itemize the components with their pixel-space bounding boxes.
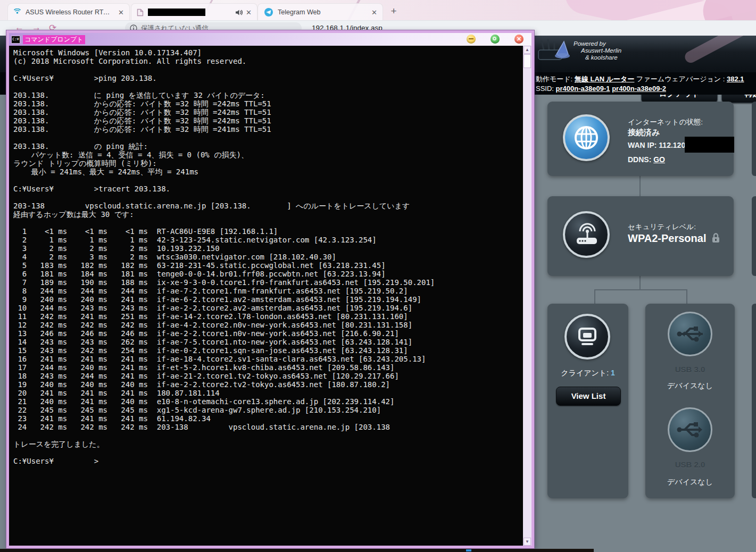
security-level-value: WPA2-Personal xyxy=(628,232,706,244)
clipped-card xyxy=(752,102,756,176)
taskbar-app-icon[interactable] xyxy=(466,549,471,551)
clients-card: クライアント: 1 View List xyxy=(547,304,628,498)
connector-line xyxy=(639,176,641,196)
tab-title: ASUS Wireless Router RT-AC86U xyxy=(26,9,111,16)
usb3-icon[interactable] xyxy=(668,312,712,356)
cmd-title-bar[interactable]: C:¥ コマンドプロンプト ✕ xyxy=(9,33,531,46)
close-icon[interactable]: ✕ xyxy=(371,9,377,16)
mode-line: 動作モード: 無線 LAN ルーター ファームウェアバージョン : 382.1 xyxy=(536,74,744,84)
ddns-line: DDNS: GO xyxy=(628,155,665,164)
wan-ip-value: 112.120. xyxy=(659,141,687,149)
usb2-name: USB 2.0 xyxy=(645,460,735,469)
maximize-button[interactable] xyxy=(491,35,500,44)
usb-trident-glyph xyxy=(676,418,704,441)
tab-telegram[interactable]: Telegram Web ✕ xyxy=(257,3,383,20)
document-icon xyxy=(137,9,144,16)
ssid-label: SSID: xyxy=(536,85,554,93)
redaction-box xyxy=(685,137,734,153)
usb-trident-glyph xyxy=(676,322,704,346)
ddns-label: DDNS: xyxy=(628,155,651,164)
usb-card: USB 3.0 デバイスなし USB 2.0 デバイスなし xyxy=(645,304,735,498)
usb3-name: USB 3.0 xyxy=(645,365,735,374)
minimize-button[interactable] xyxy=(467,35,476,44)
close-icon[interactable]: ✕ xyxy=(118,9,124,16)
security-level-line: WPA2-Personal xyxy=(628,232,720,245)
tab-untitled-audio[interactable]: ✕ xyxy=(131,3,257,20)
speaker-icon[interactable] xyxy=(235,9,243,16)
cmd-window-title: コマンドプロンプト xyxy=(23,35,85,44)
usb2-status: デバイスなし xyxy=(645,478,735,487)
firmware-link[interactable]: 382.1 xyxy=(727,75,744,83)
brand-line1: Asuswrt-Merlin xyxy=(581,47,621,54)
usb2-icon[interactable] xyxy=(668,407,712,452)
close-button[interactable]: ✕ xyxy=(514,35,524,44)
theme-ribbon xyxy=(696,0,756,20)
screen: Powered by Asuswrt-Merlin & koolshare ログ… xyxy=(0,0,756,552)
terminal-output: Microsoft Windows [Version 10.0.17134.40… xyxy=(13,48,522,543)
clients-count-line: クライアント: 1 xyxy=(547,369,628,378)
mode-link[interactable]: 無線 LAN ルーター xyxy=(575,75,635,83)
tab-asus-router[interactable]: ASUS Wireless Router RT-AC86U ✕ xyxy=(7,3,130,20)
scroll-up-icon[interactable]: ▲ xyxy=(524,46,531,54)
powered-by-line: Powered by xyxy=(574,40,621,47)
powered-by-text: Powered by Asuswrt-Merlin & koolshare xyxy=(574,40,621,61)
cmd-content: Microsoft Windows [Version 10.0.17134.40… xyxy=(9,46,531,546)
tab-title: Telegram Web xyxy=(278,9,358,16)
router-antenna-icon[interactable] xyxy=(563,211,610,258)
lock-icon xyxy=(712,233,720,243)
mode-label: 動作モード: xyxy=(536,75,572,83)
brand-line2: & koolshare xyxy=(585,54,621,61)
monitor-glyph xyxy=(575,324,600,349)
clients-count: 1 xyxy=(611,369,615,377)
connector-line xyxy=(594,289,595,304)
connector-line xyxy=(686,289,687,304)
wan-ip-label: WAN IP: xyxy=(628,141,657,149)
wifi-icon xyxy=(13,9,21,16)
internet-status-card: インターネットの状態: 接続済み WAN IP: 112.120. DDNS: … xyxy=(547,102,734,176)
connector-line xyxy=(594,289,687,290)
terminal-scrollbar[interactable]: ▲ ▼ xyxy=(523,46,531,546)
wan-ip-line: WAN IP: 112.120. xyxy=(628,141,687,149)
telegram-icon xyxy=(264,8,273,16)
taskbar-edge[interactable] xyxy=(0,549,594,552)
scrollbar-thumb[interactable] xyxy=(524,54,531,68)
usb3-status: デバイスなし xyxy=(645,381,735,391)
internet-status-label: インターネットの状態: xyxy=(628,118,703,127)
browser-tab-bar: ASUS Wireless Router RT-AC86U ✕ ✕ Telegr… xyxy=(0,0,756,20)
router-glyph xyxy=(572,221,600,248)
internet-status-value: 接続済み xyxy=(628,128,660,138)
clipped-card xyxy=(752,196,756,276)
firmware-label: ファームウェアバージョン : xyxy=(636,75,725,83)
ddns-go-link[interactable]: GO xyxy=(653,155,665,164)
globe-glyph xyxy=(573,124,600,151)
clipped-card xyxy=(752,304,756,498)
redaction-box xyxy=(148,9,205,16)
security-card: セキュリティレベル: WPA2-Personal xyxy=(547,196,734,276)
monitor-icon[interactable] xyxy=(564,314,610,359)
ssid1-link[interactable]: pr400n-a38e09-1 xyxy=(556,85,610,93)
terminal-icon: C:¥ xyxy=(11,36,20,44)
close-icon[interactable]: ✕ xyxy=(246,9,252,16)
clients-label: クライアント: xyxy=(561,369,609,377)
view-list-button[interactable]: View List xyxy=(556,387,621,406)
globe-icon[interactable] xyxy=(563,114,610,161)
ssid-line: SSID: pr400n-a38e09-1 pr400n-a38e09-2 xyxy=(536,85,666,93)
security-level-label: セキュリティレベル: xyxy=(628,222,696,232)
new-tab-button[interactable]: + xyxy=(387,5,400,18)
router-merlin-logo xyxy=(536,38,571,68)
ssid2-link[interactable]: pr400n-a38e09-2 xyxy=(612,85,666,93)
scroll-down-icon[interactable]: ▼ xyxy=(524,538,531,546)
connector-line xyxy=(639,276,641,290)
command-prompt-window: C:¥ コマンドプロンプト ✕ Microsoft Windows [Versi… xyxy=(6,30,534,548)
